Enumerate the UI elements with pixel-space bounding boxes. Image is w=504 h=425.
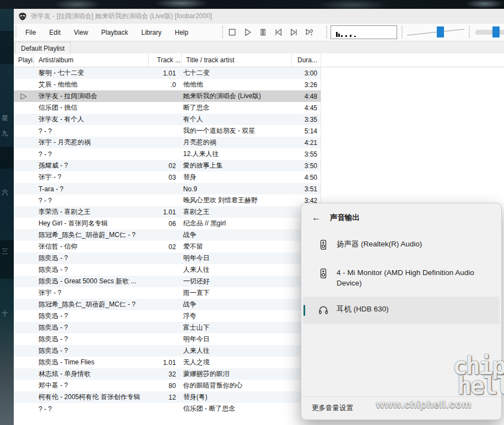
back-icon[interactable]: ← (310, 213, 322, 223)
playlist-row[interactable]: ? - ?信乐团 - 断了思念 (14, 403, 321, 415)
volume-thumb[interactable] (437, 26, 444, 37)
cell-title: 他他他 (181, 80, 291, 89)
column-header-duration[interactable]: Dura... (292, 53, 321, 67)
playlist-row[interactable]: 张学友 - 拉阔演唱会她来听我的演唱会 (Live版)4:48 (14, 90, 321, 102)
seek-thumb[interactable] (492, 26, 500, 37)
playlist-row[interactable]: 张宇 - 月亮惹的祸月亮惹的祸4:21 (14, 137, 321, 148)
stop-button[interactable] (226, 26, 238, 39)
cell-artist-album: 陈奕迅 - Time Flies (34, 358, 149, 367)
window-title: 张学友 - [拉阔演唱会] 她来听我的演唱会 (Live版) [foobar20… (31, 12, 212, 21)
playlist-row[interactable]: 信乐团 - 挑信断了思念4:45 (14, 102, 321, 114)
seekbar-grip[interactable] (469, 26, 470, 39)
menubar-grip[interactable] (15, 26, 17, 39)
playlist-row[interactable]: 陈奕迅 - Time Flies1.01无人之境 (14, 357, 321, 368)
cell-artist-album: T-ara - ? (34, 185, 149, 193)
playlist-row[interactable]: 柯有伦 - 2005柯有伦 首张创作专辑12替身(粤) (14, 391, 321, 403)
device-label: 耳机 (HDB 630) (337, 304, 389, 314)
volume-grip[interactable] (402, 26, 403, 39)
playlist-row[interactable]: 陈奕迅 - ?明年今日 (14, 333, 321, 345)
playlist-row[interactable]: 陈奕迅 - ?人来人往 (14, 345, 321, 357)
play-button[interactable] (241, 26, 253, 39)
audio-device-item[interactable]: 耳机 (HDB 630) (303, 297, 500, 324)
playlist-row[interactable]: 陈奕迅 - ?人来人往 (14, 264, 321, 276)
tab-default-playlist[interactable]: Default Playlist (15, 42, 71, 54)
playlist-row[interactable]: 张宇 - ?03替身4:50 (14, 171, 321, 183)
cell-title: 我的一个道姑朋友 - 双笙 (181, 126, 291, 136)
menu-toolbar: FileEditViewPlaybackLibraryHelp (14, 24, 504, 41)
playlist-rows: 黎明 - 七十二变1.01七十二变3:00艾辰 - 他他他.0他他他3:26张学… (14, 67, 321, 415)
playlist-row[interactable]: 林志炫 - 单身情歌32蒙娜丽莎的眼泪 (14, 368, 321, 380)
cell-artist-album: 孫耀威 - ? (34, 161, 149, 170)
cell-artist-album: 陈奕迅 - ? (34, 254, 149, 263)
playlist-row[interactable]: ? - ?晚风心里吹 刘惜君王赫野3:42 (14, 195, 321, 206)
column-header-title[interactable]: Title / track artist (182, 53, 292, 67)
cell-track-number: 1.01 (149, 69, 182, 77)
menu-view[interactable]: View (67, 26, 95, 39)
pause-button[interactable] (257, 26, 269, 39)
spectrum-grip[interactable] (326, 26, 328, 39)
playlist-row[interactable]: 陈冠希_陈奂仁_胡蓓蔚_MC仁 - ?战争 (14, 299, 321, 310)
cell-artist-album: 郑中基 - ? (34, 381, 149, 390)
playlist-row[interactable]: ? - ?我的一个道姑朋友 - 双笙5:14 (14, 125, 321, 137)
menu-playback[interactable]: Playback (95, 26, 135, 39)
volume-track (407, 29, 464, 36)
column-header-artist-album[interactable]: Artist/album (34, 53, 149, 67)
playback-buttons (226, 24, 315, 41)
random-button[interactable] (303, 26, 315, 39)
cell-title: 人来人往 (181, 346, 291, 356)
flyout-header: ← 声音输出 (301, 203, 501, 223)
seek-track (475, 30, 504, 35)
playlist-row[interactable]: 陈冠希_陈奂仁_胡蓓蔚_MC仁 - ?战争 (14, 229, 321, 241)
selected-device-accent-pill (304, 305, 305, 316)
playlist-row[interactable]: 孫耀威 - ?02愛的故事上集3:50 (14, 160, 321, 171)
column-header-track[interactable]: Track ... (149, 53, 182, 67)
playlist-row[interactable]: 张学友 - 有个人有个人3:35 (14, 114, 321, 125)
cell-title: 你的眼睛背叛你的心 (181, 381, 291, 390)
previous-button[interactable] (272, 26, 284, 39)
menu-file[interactable]: File (19, 26, 42, 39)
playlist-row[interactable]: 陈奕迅 - Great 5000 Secs 新歌 ...一切还好 (14, 276, 321, 287)
cell-duration: 3:26 (291, 81, 321, 89)
playlist-row[interactable]: ? - ?12.人来人往3:55 (14, 148, 321, 160)
volume-slider[interactable] (406, 25, 467, 39)
playlist-row[interactable]: 陈奕迅 - ?明年今日 (14, 252, 321, 264)
next-button[interactable] (288, 26, 300, 39)
playlist-row[interactable]: 张信哲 - 信仰02爱不留 (14, 241, 321, 252)
seek-slider[interactable] (475, 25, 504, 39)
cell-title: 喜剧之王 (181, 207, 291, 217)
menu-library[interactable]: Library (135, 26, 169, 39)
cell-duration: 3:55 (291, 150, 321, 158)
cell-title: 纪念品 // 黑girl (181, 219, 291, 228)
menu-help[interactable]: Help (168, 26, 195, 39)
column-header-playing[interactable]: Playi... (14, 53, 34, 67)
spectrum-bar (354, 36, 356, 37)
playlist-row[interactable]: T-ara - ?No.93:51 (14, 183, 321, 195)
playlist-row[interactable]: 张宇 - ?雨一直下 (14, 287, 321, 299)
audio-device-item[interactable]: 4 - Mi Monitor (AMD High Definition Audi… (303, 260, 500, 295)
audio-device-item[interactable]: 扬声器 (Realtek(R) Audio) (303, 232, 500, 259)
playback-toolbar-grip[interactable] (222, 26, 224, 39)
playlist-row[interactable]: 陈奕迅 - ?富士山下 (14, 322, 321, 333)
menu-edit[interactable]: Edit (42, 26, 67, 39)
desktop-wallpaper-left: 星九六三十 (0, 9, 14, 425)
playlist-row[interactable]: 陈奕迅 - ?浮夸 (14, 310, 321, 322)
cell-artist-album: 李荣浩 - 喜剧之王 (34, 207, 149, 217)
playlist-row[interactable]: 郑中基 - ?80你的眼睛背叛你的心 (14, 380, 321, 391)
wallpaper-shade (0, 240, 14, 279)
cell-artist-album: 陈奕迅 - ? (34, 346, 149, 356)
more-volume-settings-link[interactable]: 更多音量设置 (312, 404, 353, 413)
playlist-row[interactable]: 李荣浩 - 喜剧之王1.01喜剧之王 (14, 206, 321, 218)
column-header-filler (321, 53, 504, 67)
speaker-icon (318, 239, 329, 252)
spectrum-visualizer[interactable] (330, 25, 397, 39)
playlist-row[interactable]: 艾辰 - 他他他.0他他他3:26 (14, 79, 321, 90)
playlist-row[interactable]: 黎明 - 七十二变1.01七十二变3:00 (14, 67, 321, 79)
calendar-glyph: 星 (2, 114, 8, 123)
playlist-row[interactable]: Hey Girl - 首张同名专辑06纪念品 // 黑girl (14, 218, 321, 229)
cell-track-number: .0 (149, 81, 182, 89)
cell-artist-album: 张学友 - 有个人 (34, 115, 149, 124)
cell-track-number: 02 (149, 243, 182, 251)
foobar2000-icon (18, 12, 27, 21)
title-bar[interactable]: 张学友 - [拉阔演唱会] 她来听我的演唱会 (Live版) [foobar20… (14, 9, 504, 24)
cell-title: 有个人 (181, 115, 291, 124)
